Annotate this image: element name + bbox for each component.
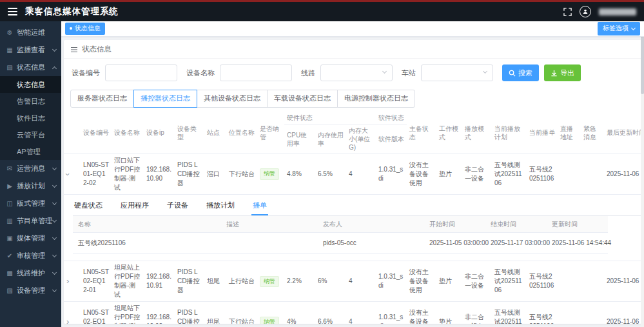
sidebar-subitem-software-log[interactable]: 软件日志 [0,110,61,126]
device-cell: 非二合一设备 [462,261,492,302]
chevron-down-icon [631,25,636,30]
sidebar-item-play-plan[interactable]: ▶播放计划 [0,177,61,195]
sidebar-item-monitor-view[interactable]: ▦监播查看 [0,41,61,59]
log-tab-controller-log[interactable]: 播控器状态日志 [133,90,197,108]
sidebar-item-device-mgmt[interactable]: ▨设备管理 [0,282,61,299]
chevron-down-icon [52,166,57,170]
device-cell: 1.0.31_sdi [376,302,407,324]
tag-status-info[interactable]: 状态信息 [65,23,105,35]
expand-column-header [64,112,81,154]
expand-row-icon[interactable]: › [66,277,69,285]
hamburger-menu-icon[interactable] [8,8,17,15]
sidebar-item-program-mgmt[interactable]: ▥节目单管理 [0,212,61,230]
play-icon: ▶ [5,183,14,190]
device-cell: 1.0.31_sdi [376,261,407,302]
device-icon: ▨ [5,287,14,294]
export-button[interactable]: 导出 [544,64,581,81]
expand-cell: › [64,154,81,195]
filter-input-device-no[interactable] [105,64,177,81]
column-header: 最后更新时间 [604,112,641,154]
device-cell: 4% [284,302,315,324]
expand-row-icon[interactable]: › [66,317,69,324]
username-redacted[interactable] [599,8,636,15]
filter-label-device-name: 设备名称 [186,68,215,78]
sidebar-subitem-label: 软件日志 [17,114,56,123]
log-type-tabs: 服务器状态日志播控器状态日志其他设备状态日志车载设备状态日志电源控制器状态日志 [64,88,641,108]
sidebar-subitem-alarm-log[interactable]: 告警日志 [0,93,61,110]
sidebar-subitem-label: AP管理 [17,147,56,157]
column-header: 设备编号 [81,112,112,154]
filter-select-line[interactable] [320,64,393,81]
column-header: 名称 [73,216,221,233]
column-header: 紧急消息 [581,112,604,154]
column-header: 内存使用率 [315,124,346,154]
device-cell: 纳管 [257,261,284,302]
sidebar-subitem-cloud-platform[interactable]: 云管平台 [0,126,61,143]
sidebar-subitem-label: 状态信息 [17,80,56,90]
device-cell [581,261,604,302]
column-header: 设备ip [144,112,175,154]
column-header: 直播地址 [558,112,581,154]
search-button[interactable]: 搜索 [502,64,539,81]
detail-tab-applications[interactable]: 应用程序 [119,196,150,215]
chevron-down-icon [52,201,57,205]
playlist-cell: 2025-11-06 14:54:44 [547,233,608,254]
device-row: ›LN05-ST02-EQ12-02坦尾站下行PDF控制器-测试192.168.… [64,302,641,324]
column-header: 发布人 [318,216,424,233]
detail-tab-disk-status[interactable]: 硬盘状态 [73,196,104,215]
filter-select-station[interactable] [421,64,493,81]
tag-options-button[interactable]: 标签选项 [598,22,640,35]
avatar[interactable] [580,6,591,17]
column-header: 位置名称 [226,112,257,154]
sidebar-item-status-info[interactable]: ▤状态信息 [0,59,61,76]
app-root: 乘客信息媒体管理系统 ⚙智能运维▦监播查看▤状态信息状态信息告警日志软件日志云管… [0,0,644,327]
device-cell: 五号线测试20251106 [492,154,527,195]
sidebar-item-smart-ops[interactable]: ⚙智能运维 [0,24,61,41]
expand-cell: › [64,302,81,324]
device-cell: 6% [315,261,346,302]
device-cell: 纳管 [257,302,284,324]
sidebar-item-operation-message[interactable]: ✉运营消息 [0,160,61,177]
log-tab-vehicle-log[interactable]: 车载设备状态日志 [267,90,338,108]
sidebar-item-audit-mgmt[interactable]: ✔审核管理 [0,247,61,264]
sidebar-item-media-mgmt[interactable]: ▣媒体管理 [0,230,61,247]
chevron-up-icon [52,66,57,70]
device-cell: 上行站台 [226,261,257,302]
sidebar-subitem-status-info[interactable]: 状态信息 [0,76,61,93]
device-cell: 2025-11-06 16 [604,261,641,302]
managed-badge: 纳管 [260,317,279,324]
detail-tab-sub-devices[interactable]: 子设备 [166,196,190,215]
device-cell: 坦尾站上行PDF控制器-测试 [112,261,144,302]
expand-row-icon[interactable]: › [64,173,72,175]
device-cell: 下行站台 [226,154,257,195]
managed-badge: 纳管 [260,276,279,288]
expand-cell: › [64,261,81,302]
fullscreen-icon[interactable] [563,8,572,16]
column-header: 软件版本 [376,124,407,154]
playlist-row: 五号线20251106pids-05-occ2025-11-05 03:00:0… [73,233,608,254]
sidebar-item-line-maintenance[interactable]: ▩线路维护 [0,264,61,282]
column-header: 描述 [221,216,318,233]
detail-tab-play-plan[interactable]: 播放计划 [205,196,236,215]
detail-tab-playlist[interactable]: 播单 [251,196,268,215]
main-area: 状态信息 标签选项 状态信息 设备编号设备名称线路车站搜索导出 服务器状态日志播… [61,21,644,327]
filter-input-device-name[interactable] [220,64,292,81]
vertical-scrollbar[interactable] [641,21,644,327]
log-tab-power-controller-log[interactable]: 电源控制器状态日志 [337,90,415,108]
device-cell: 6.5% [315,154,346,195]
device-cell: 五号线测试20251106 [492,261,527,302]
sidebar-item-label: 状态信息 [17,63,53,72]
device-cell: 坦尾 [204,302,226,324]
device-cell: 滘口站下行PDF控制器-测试 [112,154,144,195]
sidebar-subitem-ap-mgmt[interactable]: AP管理 [0,143,61,160]
sidebar-item-layout-mgmt[interactable]: ◫版式管理 [0,195,61,212]
gear-icon: ⚙ [5,29,14,36]
device-cell: 没有主备设备使用 [407,154,436,195]
audit-icon: ✔ [5,252,14,259]
sidebar-subitem-label: 云管平台 [17,130,56,140]
log-tab-server-log[interactable]: 服务器状态日志 [70,90,134,108]
chevron-down-icon [483,69,487,74]
device-cell: LN05-ST02-EQ12-01 [81,261,112,302]
log-tab-other-device-log[interactable]: 其他设备状态日志 [197,90,268,108]
detail-panel: 硬盘状态应用程序子设备播放计划播单名称描述发布人开始时间结束时间更新时间五号线2… [64,195,641,261]
